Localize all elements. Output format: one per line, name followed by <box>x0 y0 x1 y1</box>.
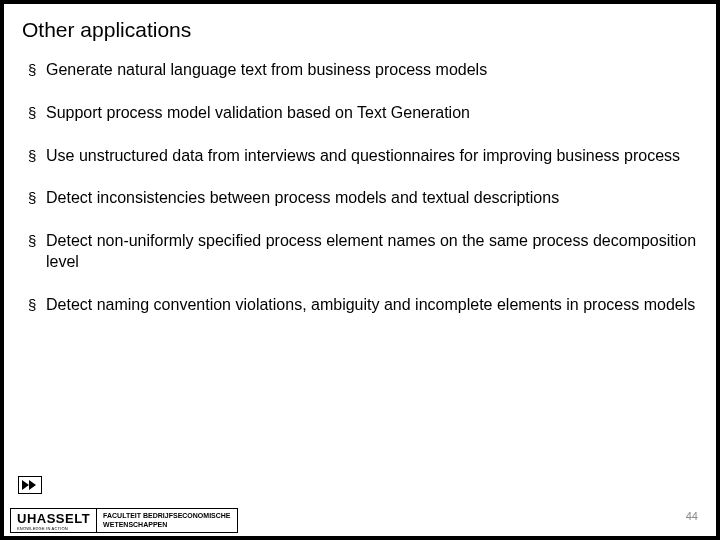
faculty-label: FACULTEIT BEDRIJFSECONOMISCHE WETENSCHAP… <box>97 508 237 533</box>
logo-tagline: KNOWLEDGE IN ACTION <box>17 526 90 531</box>
svg-marker-0 <box>22 480 29 490</box>
slide-frame: Other applications Generate natural lang… <box>3 3 717 537</box>
fast-forward-icon <box>18 476 42 494</box>
bullet-list: Generate natural language text from busi… <box>22 60 698 316</box>
list-item: Detect naming convention violations, amb… <box>22 295 698 316</box>
list-item: Use unstructured data from interviews an… <box>22 146 698 167</box>
logo-text: UHASSELT <box>17 512 90 525</box>
slide-footer: UHASSELT KNOWLEDGE IN ACTION FACULTEIT B… <box>4 488 716 536</box>
page-number: 44 <box>686 510 698 522</box>
list-item: Detect inconsistencies between process m… <box>22 188 698 209</box>
list-item: Detect non-uniformly specified process e… <box>22 231 698 273</box>
faculty-line2: WETENSCHAPPEN <box>103 521 230 529</box>
logo-block: UHASSELT KNOWLEDGE IN ACTION FACULTEIT B… <box>10 508 238 533</box>
faculty-line1: FACULTEIT BEDRIJFSECONOMISCHE <box>103 512 230 520</box>
svg-marker-1 <box>29 480 36 490</box>
list-item: Generate natural language text from busi… <box>22 60 698 81</box>
slide-title: Other applications <box>22 18 698 42</box>
list-item: Support process model validation based o… <box>22 103 698 124</box>
university-logo: UHASSELT KNOWLEDGE IN ACTION <box>10 508 97 533</box>
